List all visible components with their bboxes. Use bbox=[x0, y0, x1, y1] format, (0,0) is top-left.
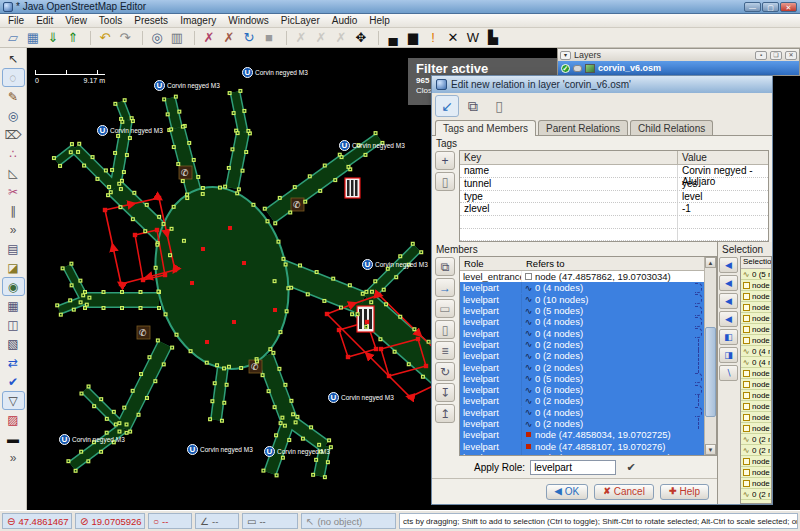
toolbar-button[interactable] bbox=[135, 31, 143, 45]
move-down-icon[interactable]: ↧ bbox=[435, 383, 455, 402]
add-tag-icon[interactable]: + bbox=[435, 151, 455, 170]
open-icon[interactable]: ▱ bbox=[3, 29, 23, 47]
conflict-panel-icon[interactable]: ⇄ bbox=[2, 353, 25, 372]
layer-row[interactable]: ✓ corvin_v6.osm bbox=[558, 61, 799, 75]
author-panel-icon[interactable]: ◫ bbox=[2, 315, 25, 334]
tab-child-relations[interactable]: Child Relations bbox=[630, 120, 713, 135]
collapse-panel-icon[interactable]: ▾ bbox=[560, 51, 571, 60]
warning-icon[interactable]: ! bbox=[423, 29, 443, 47]
member-row[interactable]: levelpart 0 (2 nodes) bbox=[460, 339, 704, 350]
imagery-placeholder-icon[interactable]: ■ bbox=[259, 29, 279, 47]
selection-row[interactable]: 0 (5 n bbox=[741, 269, 771, 280]
toolbar-button[interactable] bbox=[279, 31, 287, 45]
toolbar-button[interactable] bbox=[371, 31, 379, 45]
select-members-icon[interactable]: ◧ bbox=[719, 329, 738, 345]
move-up-icon[interactable]: ↥ bbox=[435, 404, 455, 423]
validator-panel-icon[interactable]: ✔ bbox=[2, 372, 25, 391]
selection-row[interactable]: node bbox=[741, 401, 771, 412]
maximize-button[interactable]: ▢ bbox=[762, 2, 779, 12]
apply-changes-icon[interactable]: ↙ bbox=[435, 95, 459, 117]
delete-tool-icon[interactable]: ⌦ bbox=[2, 125, 25, 144]
pan-hand-icon[interactable]: ✥ bbox=[351, 29, 371, 47]
member-row[interactable]: levelpart 0 (4 nodes) bbox=[460, 282, 704, 293]
more-tools-icon[interactable]: » bbox=[2, 220, 25, 239]
selection-row[interactable]: node bbox=[741, 467, 771, 478]
member-row[interactable]: levelpart 0 (4 nodes) bbox=[460, 327, 704, 338]
merge-nodes-icon[interactable]: ✗ bbox=[199, 29, 219, 47]
more-panels-icon[interactable]: » bbox=[2, 448, 25, 467]
upload-icon[interactable]: ⇑ bbox=[63, 29, 83, 47]
split-way-icon[interactable]: ✂ bbox=[2, 182, 25, 201]
layers-panel-icon[interactable]: ▦ bbox=[2, 296, 25, 315]
member-row[interactable]: levelpart 0 (5 nodes) bbox=[460, 373, 704, 384]
member-row[interactable]: levelpart 0 (10 nodes) bbox=[460, 294, 704, 305]
tag-row[interactable]: zlevel -1 bbox=[460, 203, 768, 216]
close-icon[interactable]: ✕ bbox=[785, 51, 797, 60]
add-selection-before-icon[interactable]: ◀ bbox=[719, 275, 738, 291]
selection-row[interactable]: node bbox=[741, 456, 771, 467]
toolbar-button[interactable] bbox=[83, 31, 91, 45]
measure-tape-icon[interactable]: ▬ bbox=[2, 429, 25, 448]
preferences-icon[interactable]: ▥ bbox=[167, 29, 187, 47]
add-selection-at-end-icon[interactable]: ◀ bbox=[719, 311, 738, 327]
members-scrollbar[interactable]: ▲ ▼ bbox=[704, 257, 716, 455]
titlebar[interactable]: * Java OpenStreetMap Editor — ▢ ✕ bbox=[0, 0, 800, 14]
member-row[interactable]: levelpart node (47.4858107, 19.070276) bbox=[460, 440, 704, 451]
save-icon[interactable]: ▦ bbox=[23, 29, 43, 47]
member-row[interactable]: level_entrance node (47.4857862, 19.0703… bbox=[460, 271, 704, 282]
cancel-button[interactable]: ✘Cancel bbox=[594, 484, 654, 500]
menu-imagery[interactable]: Imagery bbox=[174, 15, 222, 26]
member-row[interactable]: levelpart node (47.4858193, 19.0702801) bbox=[460, 452, 704, 455]
map-paint-panel-icon[interactable]: ◉ bbox=[2, 277, 25, 296]
member-row[interactable]: levelpart 0 (2 nodes) bbox=[460, 418, 704, 429]
scroll-up-icon[interactable]: ▲ bbox=[705, 257, 716, 268]
delete-member-icon[interactable]: ▯ bbox=[435, 320, 455, 339]
tag-row[interactable]: tunnel yes bbox=[460, 178, 768, 191]
member-row[interactable]: levelpart 0 (2 nodes) bbox=[460, 395, 704, 406]
notes-panel-icon[interactable]: ▤ bbox=[2, 239, 25, 258]
help-button[interactable]: ✚Help bbox=[660, 484, 709, 500]
scroll-down-icon[interactable]: ▼ bbox=[705, 444, 716, 455]
align-nodes-icon[interactable]: ✗ bbox=[291, 29, 311, 47]
red-node-marker[interactable] bbox=[228, 226, 232, 230]
select-tool-icon[interactable]: ↖ bbox=[2, 49, 25, 68]
red-node-marker[interactable] bbox=[201, 247, 205, 251]
selection-row[interactable]: 0 (2 n bbox=[741, 489, 771, 500]
member-row[interactable]: levelpart 0 (5 nodes) bbox=[460, 305, 704, 316]
selection-row[interactable]: 0 (4 n bbox=[741, 357, 771, 368]
ok-button[interactable]: ◀OK bbox=[546, 484, 588, 500]
changeset-panel-icon[interactable]: ▨ bbox=[2, 410, 25, 429]
parallel-way-icon[interactable]: ∥ bbox=[2, 201, 25, 220]
select-objects-icon[interactable]: ◨ bbox=[719, 347, 738, 363]
selection-row[interactable]: 0 (4 n bbox=[741, 346, 771, 357]
unglue-icon[interactable]: ✗ bbox=[219, 29, 239, 47]
distribute-nodes-icon[interactable]: ✗ bbox=[311, 29, 331, 47]
menu-edit[interactable]: Edit bbox=[30, 15, 59, 26]
red-node-marker[interactable] bbox=[232, 320, 236, 324]
selection-row[interactable]: node bbox=[741, 390, 771, 401]
update-data-icon[interactable]: ↻ bbox=[239, 29, 259, 47]
red-node-marker[interactable] bbox=[205, 340, 209, 344]
tag-row[interactable]: name Corvin negyed - Aluljaro bbox=[460, 165, 768, 178]
delete-tag-icon[interactable]: ▯ bbox=[435, 172, 455, 191]
add-selection-at-start-icon[interactable]: ◀ bbox=[719, 257, 738, 273]
selection-row[interactable]: node bbox=[741, 280, 771, 291]
selection-row[interactable]: node bbox=[741, 313, 771, 324]
dock-icon[interactable]: ❏ bbox=[770, 51, 782, 60]
download-icon[interactable]: ⇓ bbox=[43, 29, 63, 47]
tags-panel-icon[interactable]: ◪ bbox=[2, 258, 25, 277]
wikipedia-icon[interactable]: W bbox=[463, 29, 483, 47]
factory-icon[interactable]: ▙ bbox=[483, 29, 503, 47]
close-tool-icon[interactable]: ✕ bbox=[443, 29, 463, 47]
selection-row[interactable]: node bbox=[741, 423, 771, 434]
menu-piclayer[interactable]: PicLayer bbox=[275, 15, 326, 26]
layer-active-icon[interactable]: ✓ bbox=[561, 64, 570, 73]
lasso-tool-icon[interactable]: ◌ bbox=[2, 68, 25, 87]
download-members-icon[interactable]: ∖ bbox=[719, 365, 738, 381]
remove-member-icon[interactable]: ▭ bbox=[435, 299, 455, 318]
selection-row[interactable]: 0 (2 n bbox=[741, 500, 771, 504]
selection-row[interactable]: node bbox=[741, 335, 771, 346]
selection-row[interactable]: node bbox=[741, 291, 771, 302]
command-stack-icon[interactable]: ▧ bbox=[2, 334, 25, 353]
selection-row[interactable]: node bbox=[741, 302, 771, 313]
